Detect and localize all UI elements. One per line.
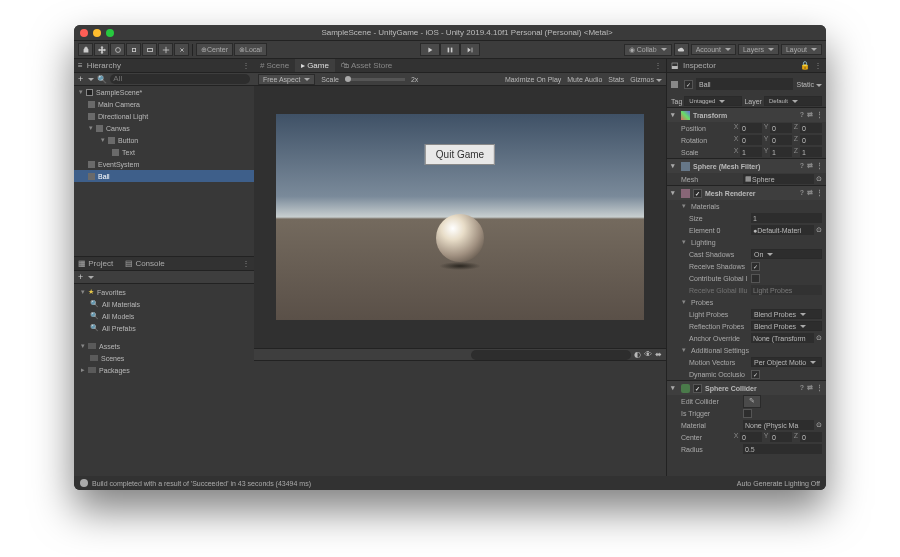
gizmos-toggle[interactable]: Gizmos (630, 76, 662, 83)
motion-vectors-dropdown[interactable]: Per Object Motio (751, 357, 822, 367)
panel-menu-icon[interactable]: ⋮ (242, 61, 250, 70)
rotate-tool-button[interactable] (110, 43, 125, 56)
dynamic-occlusion-checkbox[interactable]: ✓ (751, 370, 760, 379)
hierarchy-item[interactable]: Main Camera (74, 98, 254, 110)
hierarchy-item[interactable]: ▾Button (74, 134, 254, 146)
scale-x[interactable]: 1 (740, 147, 762, 157)
game-tab[interactable]: ▸ Game (295, 59, 335, 72)
console-tab[interactable]: ▤ Console (125, 259, 165, 268)
center-z[interactable]: 0 (800, 432, 822, 442)
static-toggle[interactable]: Static (796, 81, 822, 88)
scene-tab[interactable]: # Scene (254, 59, 295, 72)
help-icon[interactable]: ? (800, 162, 804, 170)
transform-component-header[interactable]: ▾ Transform ?⇄⋮ (667, 108, 826, 122)
account-dropdown[interactable]: Account (691, 44, 736, 55)
maximize-icon[interactable] (106, 29, 114, 37)
panel-menu-icon[interactable]: ⋮ (654, 61, 666, 70)
step-button[interactable] (460, 43, 480, 56)
rotation-toggle[interactable]: ⊗Local (234, 43, 267, 56)
scale-z[interactable]: 1 (800, 147, 822, 157)
lighting-status[interactable]: Auto Generate Lighting Off (737, 480, 820, 487)
material-element0[interactable]: ● Default-Materi (751, 225, 814, 235)
pos-z[interactable]: 0 (800, 123, 822, 133)
meshrenderer-header[interactable]: ▾ ✓ Mesh Renderer ?⇄⋮ (667, 186, 826, 200)
minimize-icon[interactable] (93, 29, 101, 37)
create-button[interactable]: + (78, 74, 83, 84)
object-picker-icon[interactable]: ⊙ (816, 175, 822, 183)
hierarchy-tab[interactable]: ≡ Hierarchy ⋮ (74, 59, 254, 73)
search-filter[interactable]: 🔍All Models (76, 310, 252, 322)
hand-tool-button[interactable] (78, 43, 93, 56)
folder-item[interactable]: Scenes (76, 352, 252, 364)
hierarchy-item[interactable]: Text (74, 146, 254, 158)
scale-tool-button[interactable] (126, 43, 141, 56)
project-search[interactable] (471, 350, 631, 360)
hierarchy-item[interactable]: EventSystem (74, 158, 254, 170)
layer-dropdown[interactable]: Default (764, 96, 822, 106)
mesh-field[interactable]: ▦ Sphere (743, 174, 814, 184)
rot-x[interactable]: 0 (740, 135, 762, 145)
hierarchy-search[interactable]: All (110, 74, 250, 84)
pivot-toggle[interactable]: ⊕Center (196, 43, 233, 56)
component-enabled-checkbox[interactable]: ✓ (693, 384, 702, 393)
inspector-tab[interactable]: ⬓ Inspector 🔒 ⋮ (667, 59, 826, 73)
custom-tool-button[interactable] (174, 43, 189, 56)
rot-y[interactable]: 0 (770, 135, 792, 145)
reflection-probes-dropdown[interactable]: Blend Probes (751, 321, 822, 331)
move-tool-button[interactable] (94, 43, 109, 56)
search-filter[interactable]: 🔍All Prefabs (76, 322, 252, 334)
preset-icon[interactable]: ⇄ (807, 111, 813, 119)
help-icon[interactable]: ? (800, 384, 804, 392)
center-x[interactable]: 0 (740, 432, 762, 442)
menu-icon[interactable]: ⋮ (816, 162, 823, 170)
object-picker-icon[interactable]: ⊙ (816, 421, 822, 429)
object-picker-icon[interactable]: ⊙ (816, 226, 822, 234)
layout-dropdown[interactable]: Layout (781, 44, 822, 55)
assets-folder[interactable]: ▾Assets (76, 340, 252, 352)
light-probes-dropdown[interactable]: Blend Probes (751, 309, 822, 319)
rot-z[interactable]: 0 (800, 135, 822, 145)
favorites-folder[interactable]: ▾★Favorites (76, 286, 252, 298)
quit-game-button[interactable]: Quit Game (425, 144, 495, 165)
cast-shadows-dropdown[interactable]: On (751, 249, 822, 259)
edit-collider-button[interactable]: ✎ (743, 395, 761, 408)
stats-toggle[interactable]: Stats (608, 76, 624, 83)
hidden-icon[interactable]: 👁 (644, 350, 652, 359)
slider-icon[interactable]: ⬌ (655, 350, 662, 359)
maximize-on-play-toggle[interactable]: Maximize On Play (505, 76, 561, 83)
menu-icon[interactable]: ⋮ (816, 111, 823, 119)
radius-field[interactable]: 0.5 (743, 444, 822, 454)
scene-row[interactable]: ▾SampleScene* (74, 86, 254, 98)
preset-icon[interactable]: ⇄ (807, 189, 813, 197)
project-tab[interactable]: ▦ Project (78, 259, 113, 268)
layers-dropdown[interactable]: Layers (738, 44, 779, 55)
cloud-button[interactable] (674, 43, 689, 56)
search-filter[interactable]: 🔍All Materials (76, 298, 252, 310)
preset-icon[interactable]: ⇄ (807, 384, 813, 392)
collider-header[interactable]: ▾ ✓ Sphere Collider ?⇄⋮ (667, 381, 826, 395)
create-asset-button[interactable]: + (78, 272, 83, 282)
play-button[interactable] (420, 43, 440, 56)
component-enabled-checkbox[interactable]: ✓ (693, 189, 702, 198)
rect-tool-button[interactable] (142, 43, 157, 56)
collab-dropdown[interactable]: ◉ Collab (624, 44, 672, 56)
asset-store-tab[interactable]: 🛍 Asset Store (335, 59, 398, 72)
menu-icon[interactable]: ⋮ (816, 189, 823, 197)
hierarchy-item-selected[interactable]: Ball (74, 170, 254, 182)
transform-tool-button[interactable] (158, 43, 173, 56)
project-content-area[interactable] (254, 361, 666, 476)
preset-icon[interactable]: ⇄ (807, 162, 813, 170)
physic-material-field[interactable]: None (Physic Ma (743, 420, 814, 430)
mute-audio-toggle[interactable]: Mute Audio (567, 76, 602, 83)
center-y[interactable]: 0 (770, 432, 792, 442)
pos-y[interactable]: 0 (770, 123, 792, 133)
filter-icon[interactable]: ◐ (634, 350, 641, 359)
panel-menu-icon[interactable]: ⋮ (242, 259, 250, 268)
tag-dropdown[interactable]: Untagged (684, 96, 742, 106)
object-picker-icon[interactable]: ⊙ (816, 334, 822, 342)
receive-shadows-checkbox[interactable]: ✓ (751, 262, 760, 271)
menu-icon[interactable]: ⋮ (816, 384, 823, 392)
object-name-field[interactable]: Ball (696, 78, 793, 90)
pause-button[interactable] (440, 43, 460, 56)
hierarchy-item[interactable]: ▾Canvas (74, 122, 254, 134)
